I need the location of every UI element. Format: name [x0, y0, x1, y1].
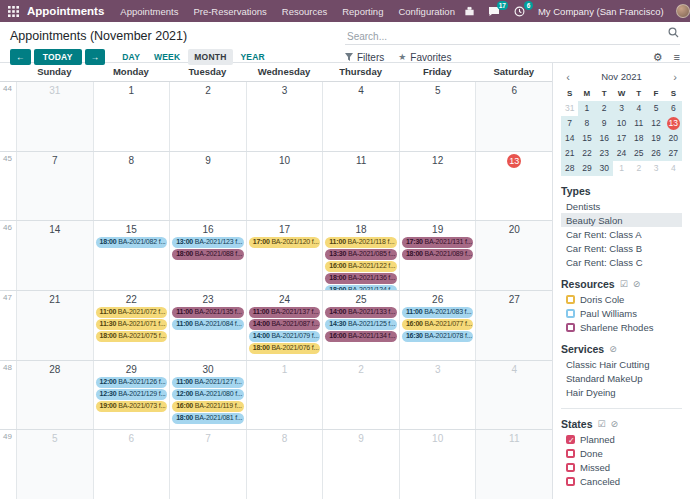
event-pill[interactable]: 14:30 BA-2021/125 f... [325, 319, 397, 330]
mini-day[interactable]: 22 [578, 146, 595, 161]
day-cell[interactable]: 5 [16, 430, 93, 499]
mini-day[interactable]: 20 [665, 131, 682, 146]
day-cell[interactable]: 2 [169, 82, 246, 151]
mini-day[interactable]: 24 [613, 146, 630, 161]
day-cell[interactable]: 1917:30 BA-2021/131 f...18:00 BA-2021/08… [399, 221, 476, 290]
type-item-car-rent-class-b[interactable]: Car Rent: Class B [561, 241, 682, 255]
day-cell[interactable]: 3 [246, 82, 323, 151]
mini-day[interactable]: 30 [596, 161, 613, 176]
app-brand[interactable]: Appointments [27, 5, 104, 17]
event-pill[interactable]: 11:30 BA-2021/071 f... [96, 319, 168, 330]
mini-day[interactable]: 19 [647, 131, 664, 146]
event-pill[interactable]: 12:30 BA-2021/129 f... [96, 389, 168, 400]
uncheck-all-icon[interactable]: ⊘ [611, 419, 619, 429]
type-item-dentists[interactable]: Dentists [561, 199, 682, 213]
mini-day[interactable]: 8 [578, 116, 595, 131]
type-item-car-rent-class-c[interactable]: Car Rent: Class C [561, 255, 682, 269]
state-item-done[interactable]: Done [561, 446, 682, 460]
event-pill[interactable]: 17:00 BA-2021/120 f... [249, 237, 321, 248]
state-checkbox[interactable] [566, 477, 575, 486]
resource-checkbox[interactable] [566, 309, 575, 318]
day-cell[interactable]: 1717:00 BA-2021/120 f... [246, 221, 323, 290]
day-cell[interactable]: 11 [475, 430, 552, 499]
uncheck-all-icon[interactable]: ⊘ [633, 279, 641, 289]
event-pill[interactable]: 18:00 BA-2021/076 f... [249, 343, 321, 354]
company-switcher[interactable]: My Company (San Francisco) [538, 6, 664, 17]
day-cell[interactable]: 9 [322, 430, 399, 499]
event-pill[interactable]: 18:00 BA-2021/089 f... [402, 249, 474, 260]
event-pill[interactable]: 11:00 BA-2021/127 f... [172, 377, 244, 388]
menu-item-appointments[interactable]: Appointments [120, 6, 178, 17]
day-cell[interactable]: 2611:00 BA-2021/083 f...16:00 BA-2021/07… [399, 291, 476, 360]
day-cell[interactable]: 10 [246, 152, 323, 221]
mini-day[interactable]: 7 [561, 116, 578, 131]
user-avatar[interactable] [676, 4, 690, 18]
day-cell[interactable]: 1518:00 BA-2021/082 f... [93, 221, 170, 290]
event-pill[interactable]: 11:00 BA-2021/118 f... [325, 237, 397, 248]
mini-day[interactable]: 23 [596, 146, 613, 161]
day-cell[interactable]: 27 [475, 291, 552, 360]
mini-day[interactable]: 28 [561, 161, 578, 176]
mini-next-icon[interactable]: › [668, 71, 682, 83]
day-cell[interactable]: 4 [322, 82, 399, 151]
mini-day[interactable]: 15 [578, 131, 595, 146]
event-pill[interactable]: 19:00 BA-2021/073 f... [96, 401, 168, 412]
day-cell[interactable]: 7 [16, 152, 93, 221]
day-cell[interactable]: 20 [475, 221, 552, 290]
mini-day[interactable]: 13 [665, 116, 682, 131]
service-item-hair-dyeing[interactable]: Hair Dyeing [561, 385, 682, 399]
event-pill[interactable]: 14:00 BA-2021/079 f... [249, 331, 321, 342]
day-cell[interactable]: 2311:00 BA-2021/135 f...11:00 BA-2021/08… [169, 291, 246, 360]
event-pill[interactable]: 16:30 BA-2021/078 f... [402, 331, 474, 342]
mini-day[interactable]: 2 [630, 161, 647, 176]
day-cell[interactable]: 6 [93, 430, 170, 499]
event-pill[interactable]: 11:00 BA-2021/137 f... [249, 307, 321, 318]
mini-day[interactable]: 1 [613, 161, 630, 176]
type-item-beauty-salon[interactable]: Beauty Salon [561, 213, 682, 227]
event-pill[interactable]: 16:00 BA-2021/119 f... [172, 401, 244, 412]
favorites-button[interactable]: ★ Favorites [398, 52, 451, 63]
resource-checkbox[interactable] [566, 295, 575, 304]
mini-day[interactable]: 3 [613, 101, 630, 116]
mini-day[interactable]: 6 [665, 101, 682, 116]
menu-item-pre-reservations[interactable]: Pre-Reservations [193, 6, 266, 17]
resource-item-doris-cole[interactable]: Doris Cole [561, 292, 682, 306]
day-cell[interactable]: 4 [475, 361, 552, 430]
resource-item-paul-williams[interactable]: Paul Williams [561, 306, 682, 320]
activities-icon[interactable]: 6 [513, 5, 526, 18]
day-cell[interactable]: 1 [93, 82, 170, 151]
day-cell[interactable]: 2912:00 BA-2021/126 f...12:30 BA-2021/12… [93, 361, 170, 430]
search-icon[interactable] [668, 27, 679, 38]
mini-day[interactable]: 25 [630, 146, 647, 161]
briefcase-icon[interactable] [463, 5, 476, 18]
event-pill[interactable]: 11:00 BA-2021/072 f... [96, 307, 168, 318]
day-cell[interactable]: 1613:00 BA-2021/123 f...18:00 BA-2021/08… [169, 221, 246, 290]
event-pill[interactable]: 18:00 BA-2021/075 f... [96, 331, 168, 342]
event-pill[interactable]: 12:00 BA-2021/126 f... [96, 377, 168, 388]
day-cell[interactable]: 3011:00 BA-2021/127 f...12:00 BA-2021/08… [169, 361, 246, 430]
day-cell[interactable]: 2211:00 BA-2021/072 f...11:30 BA-2021/07… [93, 291, 170, 360]
day-cell[interactable]: 2411:00 BA-2021/137 f...14:00 BA-2021/08… [246, 291, 323, 360]
event-pill[interactable]: 13:30 BA-2021/085 f... [325, 249, 397, 260]
day-cell[interactable]: 5 [399, 82, 476, 151]
day-cell[interactable]: 3 [399, 361, 476, 430]
event-pill[interactable]: 11:00 BA-2021/135 f... [172, 307, 244, 318]
service-item-classic-hair-cutting[interactable]: Classic Hair Cutting [561, 357, 682, 371]
day-cell[interactable]: 31 [16, 82, 93, 151]
day-cell[interactable]: 28 [16, 361, 93, 430]
day-cell[interactable]: 8 [246, 430, 323, 499]
day-cell[interactable]: 2514:00 BA-2021/133 f...14:30 BA-2021/12… [322, 291, 399, 360]
mini-prev-icon[interactable]: ‹ [561, 71, 575, 83]
mini-day[interactable]: 12 [647, 116, 664, 131]
mini-day[interactable]: 14 [561, 131, 578, 146]
mini-day[interactable]: 4 [630, 101, 647, 116]
day-cell[interactable]: 6 [475, 82, 552, 151]
day-cell[interactable]: 12 [399, 152, 476, 221]
panel-toggle-icon[interactable]: ≡ [674, 51, 680, 63]
mini-day[interactable]: 18 [630, 131, 647, 146]
mini-day[interactable]: 4 [665, 161, 682, 176]
day-cell[interactable]: 13 [475, 152, 552, 221]
menu-item-configuration[interactable]: Configuration [398, 6, 455, 17]
check-all-icon[interactable]: ☑ [598, 419, 606, 429]
uncheck-all-icon[interactable]: ⊘ [609, 344, 617, 354]
